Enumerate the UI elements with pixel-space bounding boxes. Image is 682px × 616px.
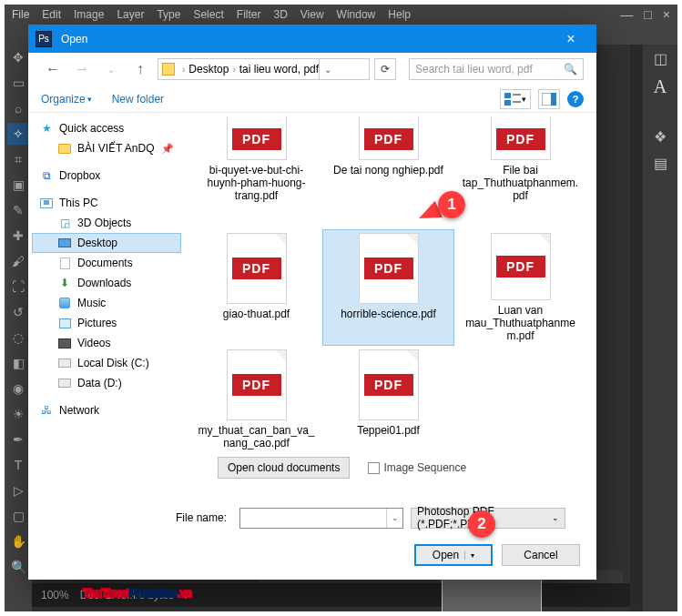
file-name: giao-thuat.pdf — [223, 308, 290, 320]
search-field[interactable] — [415, 63, 560, 76]
sidebar-disk-c[interactable]: Local Disk (C:) — [32, 353, 181, 373]
zoom-tool-icon[interactable]: 🔍 — [7, 556, 29, 578]
menu-window[interactable]: Window — [337, 8, 376, 21]
menu-3d[interactable]: 3D — [273, 8, 287, 21]
sidebar-this-pc[interactable]: This PC — [32, 193, 181, 213]
menu-file[interactable]: File — [12, 8, 29, 21]
nav-recent-icon[interactable]: ⌄ — [99, 57, 123, 81]
ps-minimize-icon[interactable]: — — [620, 7, 633, 22]
crop-tool-icon[interactable]: ⌗ — [7, 148, 29, 170]
heal-tool-icon[interactable]: ✚ — [7, 225, 29, 247]
frame-tool-icon[interactable]: ▣ — [7, 174, 29, 196]
crumb-dropdown-icon[interactable]: ⌄ — [319, 59, 335, 79]
pen-tool-icon[interactable]: ✒ — [7, 429, 29, 450]
help-icon[interactable]: ? — [567, 91, 584, 107]
thispc-icon — [40, 198, 53, 208]
sidebar-dropbox[interactable]: ⧉Dropbox — [32, 166, 181, 186]
filename-dropdown-icon[interactable]: ⌄ — [386, 509, 402, 528]
crumb-sep-icon: › — [232, 65, 235, 75]
dialog-close-icon[interactable]: × — [553, 31, 589, 47]
open-dropdown-icon[interactable]: ▾ — [464, 551, 474, 560]
sidebar-item-label: 3D Objects — [77, 217, 131, 229]
file-item[interactable]: PDFTeppei01.pdf — [322, 346, 454, 462]
cancel-button[interactable]: Cancel — [502, 544, 580, 566]
sidebar-quick-access[interactable]: ★Quick access — [32, 118, 181, 138]
file-item[interactable]: PDFmy_thuat_can_ban_va_nang_cao.pdf — [190, 346, 322, 462]
chevron-down-icon: ⌄ — [552, 513, 559, 522]
ps-maximize-icon[interactable]: □ — [644, 7, 651, 22]
file-item[interactable]: PDFLuan van mau_Thuthuatphanmem.pdf — [454, 229, 586, 346]
ps-close-icon[interactable]: × — [663, 7, 670, 22]
nav-back-icon[interactable]: ← — [41, 57, 65, 81]
organize-button[interactable]: Organize ▾ — [41, 93, 92, 106]
move-tool-icon[interactable]: ✥ — [7, 46, 29, 68]
history-tool-icon[interactable]: ↺ — [7, 301, 29, 323]
sidebar-item-label: Pictures — [77, 317, 117, 329]
checkbox-icon[interactable] — [368, 462, 380, 474]
nav-up-icon[interactable]: ↑ — [128, 57, 152, 81]
file-item[interactable]: PDFFile bai tap_Thuthuatphanmem.pdf — [454, 113, 586, 229]
zoom-level[interactable]: 100% — [41, 589, 69, 601]
crumb-desktop[interactable]: Desktop — [188, 63, 229, 76]
open-cloud-button[interactable]: Open cloud documents — [218, 457, 350, 479]
file-item[interactable]: PDFhorrible-science.pdf — [322, 229, 454, 346]
sidebar-music[interactable]: Music — [32, 293, 181, 313]
menu-type[interactable]: Type — [157, 8, 180, 21]
wand-tool-icon[interactable]: ✧ — [7, 123, 29, 145]
blur-tool-icon[interactable]: ◉ — [7, 378, 29, 399]
file-name: Teppei01.pdf — [357, 424, 420, 437]
filename-input[interactable]: ⌄ — [239, 508, 403, 529]
refresh-icon[interactable]: ⟳ — [374, 58, 396, 80]
sidebar-desktop[interactable]: Desktop — [32, 233, 181, 253]
file-name: horrible-science.pdf — [341, 308, 436, 320]
stamp-tool-icon[interactable]: ⛶ — [7, 276, 29, 298]
brush-tool-icon[interactable]: 🖌 — [7, 250, 29, 272]
dodge-tool-icon[interactable]: ☀ — [7, 403, 29, 425]
menu-layer[interactable]: Layer — [117, 8, 144, 21]
type-tool-icon[interactable]: T — [7, 454, 29, 476]
hand-tool-icon[interactable]: ✋ — [7, 530, 29, 552]
gradient-tool-icon[interactable]: ◧ — [7, 352, 29, 374]
page-fold-icon — [275, 350, 286, 361]
menu-view[interactable]: View — [300, 8, 324, 21]
pdf-badge: PDF — [232, 128, 281, 150]
preview-pane-button[interactable] — [538, 89, 560, 109]
sidebar-3d-objects[interactable]: ◲3D Objects — [32, 213, 181, 233]
path-tool-icon[interactable]: ▷ — [7, 480, 29, 501]
lasso-tool-icon[interactable]: ⌕ — [7, 97, 29, 119]
sidebar-network[interactable]: 🖧Network — [32, 400, 181, 420]
pdf-thumbnail: PDF — [359, 233, 419, 304]
marquee-tool-icon[interactable]: ▭ — [7, 72, 29, 94]
navigation-sidebar: ★Quick access BÀI VIẾT AnDQ📌 ⧉Dropbox Th… — [28, 113, 185, 484]
sidebar-downloads[interactable]: ⬇Downloads — [32, 273, 181, 293]
file-item[interactable]: PDFbi-quyet-ve-but-chi-huynh-pham-huong-… — [190, 113, 322, 229]
breadcrumb[interactable]: › Desktop › tai lieu word, pdf ⌄ — [158, 58, 370, 80]
view-mode-button[interactable]: ▾ — [500, 89, 531, 109]
svg-rect-5 — [551, 93, 556, 106]
eraser-tool-icon[interactable]: ◌ — [7, 327, 29, 348]
sidebar-pictures[interactable]: Pictures — [32, 313, 181, 333]
pdf-badge: PDF — [364, 258, 413, 279]
image-sequence-checkbox[interactable]: Image Sequence — [368, 461, 466, 474]
menu-help[interactable]: Help — [388, 8, 411, 21]
file-item[interactable]: PDFgiao-thuat.pdf — [190, 229, 322, 346]
sidebar-videos[interactable]: Videos — [32, 333, 181, 353]
menu-edit[interactable]: Edit — [42, 8, 61, 21]
menu-image[interactable]: Image — [74, 8, 104, 21]
search-input[interactable]: 🔍 — [409, 58, 584, 80]
sidebar-documents[interactable]: Documents — [32, 253, 181, 273]
crumb-folder[interactable]: tai lieu word, pdf — [239, 63, 319, 76]
sidebar-disk-d[interactable]: Data (D:) — [32, 373, 181, 393]
layers-panel-icon[interactable]: ❖ — [654, 128, 667, 146]
properties-panel-icon[interactable]: ▤ — [654, 155, 667, 172]
character-panel-icon[interactable]: A — [654, 76, 667, 97]
menu-filter[interactable]: Filter — [237, 8, 261, 21]
eyedropper-tool-icon[interactable]: ✎ — [7, 199, 29, 221]
menu-select[interactable]: Select — [193, 8, 223, 21]
shape-tool-icon[interactable]: ▢ — [7, 505, 29, 527]
sidebar-item-label: Network — [59, 404, 99, 417]
new-folder-button[interactable]: New folder — [112, 93, 164, 106]
open-button[interactable]: Open ▾ — [414, 544, 493, 566]
color-panel-icon[interactable]: ◫ — [654, 50, 667, 67]
sidebar-pinned-folder[interactable]: BÀI VIẾT AnDQ📌 — [32, 138, 181, 158]
